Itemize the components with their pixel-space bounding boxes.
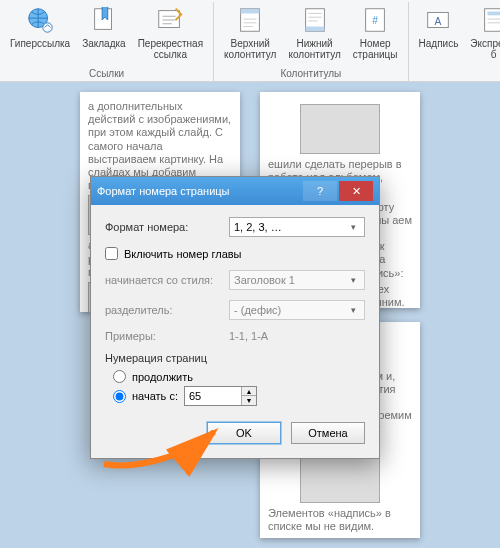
dialog-titlebar[interactable]: Формат номера страницы ? ✕ bbox=[91, 177, 379, 205]
style-combo: Заголовок 1 ▾ bbox=[229, 270, 365, 290]
help-button[interactable]: ? bbox=[303, 181, 337, 201]
footer-button[interactable]: Нижний колонтитул bbox=[282, 2, 346, 62]
ribbon-group-links: Ссылки bbox=[4, 68, 209, 79]
crossref-icon bbox=[154, 4, 186, 36]
page-number-format-dialog: Формат номера страницы ? ✕ Формат номера… bbox=[90, 176, 380, 459]
svg-rect-7 bbox=[305, 27, 324, 32]
ribbon: Гиперссылка Закладка Перекрестная ссылка… bbox=[0, 0, 500, 82]
include-chapter-label: Включить номер главы bbox=[124, 248, 242, 260]
include-chapter-checkbox[interactable] bbox=[105, 247, 118, 260]
continue-label: продолжить bbox=[132, 371, 193, 383]
chevron-down-icon: ▾ bbox=[346, 222, 360, 232]
page-number-button[interactable]: # Номер страницы bbox=[347, 2, 404, 62]
spin-up-icon[interactable]: ▲ bbox=[242, 387, 256, 396]
bookmark-icon bbox=[88, 4, 120, 36]
separator-combo: - (дефис) ▾ bbox=[229, 300, 365, 320]
start-at-label: начать с: bbox=[132, 390, 178, 402]
ribbon-group-headers: Колонтитулы bbox=[218, 68, 403, 79]
style-label: начинается со стиля: bbox=[105, 274, 229, 286]
header-button[interactable]: Верхний колонтитул bbox=[218, 2, 282, 62]
svg-rect-13 bbox=[487, 12, 500, 16]
format-combo[interactable]: 1, 2, 3, … ▾ bbox=[229, 217, 365, 237]
textbox-button[interactable]: A Надпись bbox=[413, 2, 465, 62]
crossref-button[interactable]: Перекрестная ссылка bbox=[132, 2, 209, 62]
examples-label: Примеры: bbox=[105, 330, 229, 342]
quickparts-icon bbox=[478, 4, 500, 36]
numbering-group-label: Нумерация страниц bbox=[105, 352, 365, 364]
svg-rect-5 bbox=[241, 9, 260, 14]
hyperlink-button[interactable]: Гиперссылка bbox=[4, 2, 76, 62]
dialog-title: Формат номера страницы bbox=[97, 185, 301, 197]
globe-icon bbox=[24, 4, 56, 36]
svg-text:#: # bbox=[372, 15, 378, 26]
start-at-radio[interactable] bbox=[113, 390, 126, 403]
chevron-down-icon: ▾ bbox=[346, 305, 360, 315]
separator-label: разделитель: bbox=[105, 304, 229, 316]
spin-down-icon[interactable]: ▼ bbox=[242, 396, 256, 405]
bookmark-button[interactable]: Закладка bbox=[76, 2, 131, 62]
footer-icon bbox=[299, 4, 331, 36]
examples-value: 1-1, 1-A bbox=[229, 330, 365, 342]
page-number-icon: # bbox=[359, 4, 391, 36]
continue-radio[interactable] bbox=[113, 370, 126, 383]
format-label: Формат номера: bbox=[105, 221, 229, 233]
start-at-spinner[interactable]: 65 ▲ ▼ bbox=[184, 386, 257, 406]
ok-button[interactable]: OK bbox=[207, 422, 281, 444]
chevron-down-icon: ▾ bbox=[346, 275, 360, 285]
close-button[interactable]: ✕ bbox=[339, 181, 373, 201]
svg-text:A: A bbox=[435, 16, 442, 27]
quickparts-button[interactable]: Экспресс-б bbox=[464, 2, 500, 62]
cancel-button[interactable]: Отмена bbox=[291, 422, 365, 444]
header-icon bbox=[234, 4, 266, 36]
textbox-icon: A bbox=[422, 4, 454, 36]
